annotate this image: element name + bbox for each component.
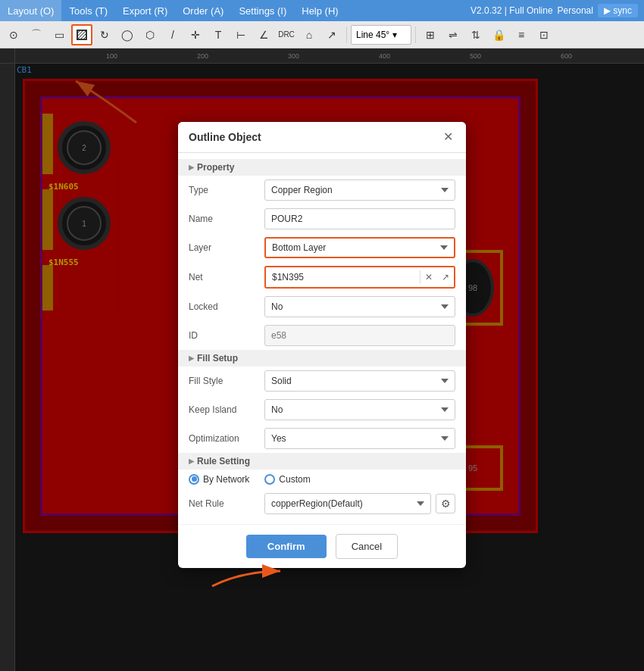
line-angle-dropdown[interactable]: Line 45° ▾ bbox=[351, 25, 411, 45]
radio-custom-label: Custom bbox=[279, 474, 310, 485]
toolbar-btn-rect[interactable]: ▭ bbox=[48, 24, 70, 45]
id-control bbox=[264, 325, 455, 346]
toolbar-btn-line[interactable]: / bbox=[162, 24, 183, 45]
toolbar: ⊙ ⌒ ▭ ↻ ◯ ⬡ / ✛ T ⊢ ∠ DRC ⌂ ↗ Line 45° ▾… bbox=[0, 21, 644, 48]
net-rule-control: copperRegion(Default) ⚙ bbox=[264, 493, 455, 514]
net-clear-button[interactable]: ✕ bbox=[420, 267, 437, 287]
fill-style-select[interactable]: Solid bbox=[264, 370, 455, 392]
toolbar-btn-mirror[interactable]: ⇌ bbox=[442, 24, 464, 45]
toolbar-btn-cross[interactable]: ✛ bbox=[185, 24, 206, 45]
form-row-keep-island: Keep Island No bbox=[178, 395, 466, 424]
net-label: Net bbox=[189, 272, 264, 282]
toolbar-btn-measure[interactable]: ⊢ bbox=[230, 24, 252, 45]
toolbar-btn-circle[interactable]: ⊙ bbox=[3, 24, 24, 45]
radio-by-network-label: By Network bbox=[203, 474, 249, 485]
form-row-type: Type Copper Region bbox=[178, 176, 466, 204]
form-row-id: ID bbox=[178, 321, 466, 350]
net-rule-gear-button[interactable]: ⚙ bbox=[436, 494, 455, 513]
toolbar-btn-special[interactable]: ⌂ bbox=[299, 24, 320, 45]
outline-object-dialog: Outline Object ✕ Property Type Copper Re… bbox=[178, 122, 466, 568]
dialog-body: Property Type Copper Region Name bbox=[178, 153, 466, 524]
net-rule-label: Net Rule bbox=[189, 498, 264, 509]
layer-control: Bottom Layer bbox=[264, 237, 455, 258]
optimization-label: Optimization bbox=[189, 433, 264, 444]
menu-tools[interactable]: Tools (T) bbox=[61, 0, 115, 21]
version-label: V2.0.32 | Full Online bbox=[470, 5, 553, 16]
toolbar-btn-drc[interactable]: DRC bbox=[276, 24, 297, 45]
dialog-title-bar: Outline Object ✕ bbox=[178, 122, 466, 153]
radio-row: By Network Custom bbox=[178, 470, 466, 489]
toolbar-btn-wire[interactable]: ⌒ bbox=[26, 24, 47, 45]
toolbar-btn-layers[interactable]: ≡ bbox=[511, 24, 532, 45]
toolbar-btn-cursor[interactable]: ↗ bbox=[321, 24, 342, 45]
menu-order[interactable]: Order (A) bbox=[175, 0, 231, 21]
type-control: Copper Region bbox=[264, 179, 455, 201]
form-row-fill-style: Fill Style Solid bbox=[178, 367, 466, 395]
toolbar-btn-angle[interactable]: ∠ bbox=[253, 24, 274, 45]
keep-island-control: No bbox=[264, 399, 455, 420]
locked-control: No bbox=[264, 296, 455, 317]
account-label: Personal bbox=[558, 5, 593, 16]
dialog-footer: Confirm Cancel bbox=[178, 524, 466, 568]
radio-by-network[interactable]: By Network bbox=[189, 474, 249, 485]
id-label: ID bbox=[189, 330, 264, 341]
form-row-locked: Locked No bbox=[178, 292, 466, 321]
menu-export[interactable]: Export (R) bbox=[115, 0, 175, 21]
net-navigate-button[interactable]: ↗ bbox=[437, 267, 454, 287]
form-row-net-rule: Net Rule copperRegion(Default) ⚙ bbox=[178, 489, 466, 518]
toolbar-btn-poly[interactable]: ⬡ bbox=[139, 24, 161, 45]
toolbar-btn-rotate[interactable]: ↻ bbox=[94, 24, 115, 45]
confirm-button[interactable]: Confirm bbox=[246, 535, 327, 558]
dialog-close-button[interactable]: ✕ bbox=[440, 130, 455, 145]
layer-select[interactable]: Bottom Layer bbox=[264, 237, 455, 258]
keep-island-select[interactable]: No bbox=[264, 399, 455, 420]
toolbar-btn-text[interactable]: T bbox=[208, 24, 229, 45]
svg-line-2 bbox=[80, 33, 86, 39]
section-property: Property bbox=[178, 159, 466, 176]
menu-help[interactable]: Help (H) bbox=[294, 0, 345, 21]
radio-custom-circle bbox=[264, 474, 275, 485]
type-select[interactable]: Copper Region bbox=[264, 179, 455, 201]
radio-custom[interactable]: Custom bbox=[264, 474, 310, 485]
svg-line-3 bbox=[77, 30, 83, 36]
form-row-net: Net ✕ ↗ bbox=[178, 262, 466, 292]
line-angle-label: Line 45° bbox=[356, 30, 389, 40]
section-rule-setting: Rule Setting bbox=[178, 453, 466, 470]
keep-island-label: Keep Island bbox=[189, 404, 264, 415]
toolbar-btn-flip[interactable]: ⇅ bbox=[465, 24, 486, 45]
name-input[interactable] bbox=[264, 208, 455, 229]
id-input bbox=[264, 325, 455, 346]
locked-label: Locked bbox=[189, 301, 264, 312]
toolbar-btn-lock[interactable]: 🔒 bbox=[488, 24, 509, 45]
menu-settings[interactable]: Settings (I) bbox=[231, 0, 294, 21]
optimization-select[interactable]: Yes bbox=[264, 428, 455, 449]
cancel-button[interactable]: Cancel bbox=[336, 534, 398, 559]
form-row-layer: Layer Bottom Layer bbox=[178, 233, 466, 262]
menu-bar-right: V2.0.32 | Full Online Personal ▶ sync bbox=[470, 4, 644, 17]
form-row-name: Name bbox=[178, 204, 466, 233]
toolbar-separator-2 bbox=[415, 27, 416, 43]
menu-layout[interactable]: Layout (O) bbox=[0, 0, 61, 21]
toolbar-btn-ellipse[interactable]: ◯ bbox=[117, 24, 138, 45]
locked-select[interactable]: No bbox=[264, 296, 455, 317]
copper-region-icon bbox=[76, 29, 88, 41]
sync-button[interactable]: ▶ sync bbox=[598, 4, 638, 17]
toolbar-btn-grid[interactable]: ⊞ bbox=[420, 24, 441, 45]
toolbar-btn-copper-region[interactable] bbox=[71, 24, 92, 45]
toolbar-btn-view[interactable]: ⊡ bbox=[533, 24, 555, 45]
net-rule-select[interactable]: copperRegion(Default) bbox=[264, 493, 431, 514]
layer-field-label: Layer bbox=[189, 242, 264, 253]
fill-style-label: Fill Style bbox=[189, 376, 264, 386]
radio-by-network-circle bbox=[189, 474, 199, 485]
section-fill-setup: Fill Setup bbox=[178, 350, 466, 367]
name-label: Name bbox=[189, 214, 264, 224]
menu-bar: Layout (O) Tools (T) Export (R) Order (A… bbox=[0, 0, 644, 21]
name-control bbox=[264, 208, 455, 229]
form-row-optimization: Optimization Yes bbox=[178, 424, 466, 453]
optimization-control: Yes bbox=[264, 428, 455, 449]
modal-backdrop: Outline Object ✕ Property Type Copper Re… bbox=[0, 48, 644, 671]
dropdown-arrow: ▾ bbox=[392, 30, 397, 40]
canvas-area: 100 200 300 400 500 600 CB1 2 $1N605 1 $… bbox=[0, 48, 644, 671]
net-input[interactable] bbox=[266, 267, 420, 287]
fill-style-control: Solid bbox=[264, 370, 455, 392]
